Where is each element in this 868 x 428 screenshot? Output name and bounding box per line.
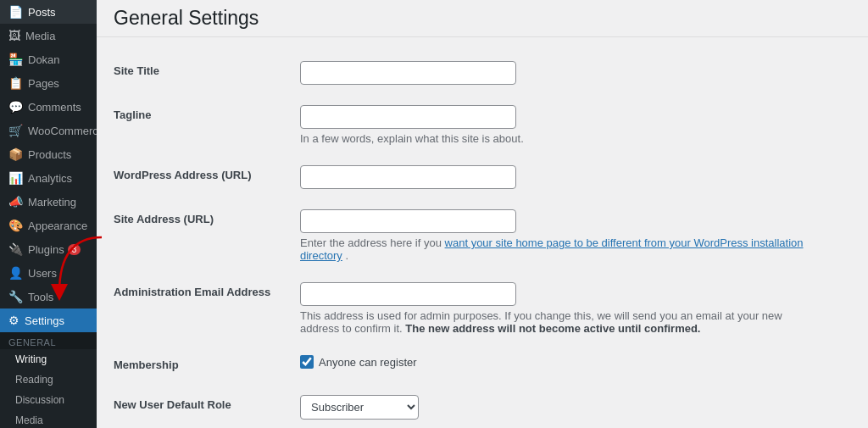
analytics-icon: 📊 <box>8 171 23 185</box>
comments-icon: 💬 <box>8 100 23 114</box>
wp-address-input[interactable]: https://pm.ajaira.website <box>300 165 516 189</box>
sidebar-item-tools[interactable]: 🔧 Tools <box>0 285 97 308</box>
site-address-row: Site Address (URL) https://pm.ajaira.web… <box>114 199 809 272</box>
settings-table: Site Title PM Test Site Tagline Just ano… <box>114 51 809 428</box>
site-address-description: Enter the address here if you want your … <box>300 236 809 262</box>
new-user-role-label: New User Default Role <box>114 385 300 428</box>
sidebar-item-pages[interactable]: 📋 Pages <box>0 71 97 95</box>
admin-email-description: This address is used for admin purposes.… <box>300 309 809 335</box>
sidebar-item-comments[interactable]: 💬 Comments <box>0 95 97 119</box>
marketing-icon: 📣 <box>8 195 23 208</box>
settings-form-content: Site Title PM Test Site Tagline Just ano… <box>97 37 826 428</box>
general-section-label: General <box>0 332 97 349</box>
new-user-role-row: New User Default Role Subscriber Contrib… <box>114 385 809 428</box>
site-address-input[interactable]: https://pm.ajaira.website <box>300 209 516 233</box>
tools-icon: 🔧 <box>8 290 23 303</box>
sidebar-item-dokan[interactable]: 🏪 Dokan <box>0 47 97 71</box>
sidebar-item-marketing[interactable]: 📣 Marketing <box>0 190 97 214</box>
membership-row: Membership Anyone can register <box>114 345 809 385</box>
page-title: General Settings <box>114 7 259 30</box>
sidebar-item-posts[interactable]: 📄 Posts <box>0 0 97 24</box>
membership-checkbox[interactable] <box>300 355 314 369</box>
sidebar-item-settings[interactable]: ⚙ Settings <box>0 308 97 332</box>
site-title-label: Site Title <box>114 51 300 95</box>
membership-label: Membership <box>114 345 300 385</box>
tagline-description: In a few words, explain what this site i… <box>300 132 809 145</box>
admin-email-label: Administration Email Address <box>114 272 300 345</box>
admin-email-row: Administration Email Address nayem@wedev… <box>114 272 809 345</box>
pages-icon: 📋 <box>8 76 23 90</box>
wp-address-label: WordPress Address (URL) <box>114 155 300 199</box>
sidebar-item-woocommerce[interactable]: 🛒 WooCommerce <box>0 119 97 142</box>
submenu-item-writing[interactable]: Writing <box>0 349 97 370</box>
media-icon: 🖼 <box>8 29 20 42</box>
sidebar-item-users[interactable]: 👤 Users <box>0 261 97 285</box>
tagline-input[interactable]: Just another WordPress site <box>300 105 516 129</box>
wp-address-row: WordPress Address (URL) https://pm.ajair… <box>114 155 809 199</box>
dokan-icon: 🏪 <box>8 53 23 66</box>
sidebar-item-media[interactable]: 🖼 Media <box>0 24 97 47</box>
membership-checkbox-label[interactable]: Anyone can register <box>300 355 809 369</box>
products-icon: 📦 <box>8 147 23 161</box>
appearance-icon: 🎨 <box>8 219 23 232</box>
sidebar-item-appearance[interactable]: 🎨 Appearance <box>0 214 97 237</box>
main-content: General Settings Site Title PM Test Site… <box>97 0 868 428</box>
submenu-item-discussion[interactable]: Discussion <box>0 390 97 410</box>
sidebar-item-plugins[interactable]: 🔌 Plugins 3 <box>0 237 97 261</box>
tagline-row: Tagline Just another WordPress site In a… <box>114 95 809 155</box>
sidebar-item-products[interactable]: 📦 Products <box>0 142 97 166</box>
admin-email-input[interactable]: nayem@wedevs.com <box>300 282 516 306</box>
submenu-item-reading[interactable]: Reading <box>0 370 97 390</box>
settings-icon: ⚙ <box>8 314 19 327</box>
plugins-badge: 3 <box>68 244 81 255</box>
settings-submenu: General Writing Reading Discussion Media… <box>0 332 97 428</box>
users-icon: 👤 <box>8 266 23 280</box>
sidebar: 📄 Posts 🖼 Media 🏪 Dokan 📋 Pages 💬 Commen… <box>0 0 97 428</box>
site-title-input[interactable]: PM Test Site <box>300 61 516 85</box>
woocommerce-icon: 🛒 <box>8 124 23 137</box>
posts-icon: 📄 <box>8 5 23 19</box>
site-title-row: Site Title PM Test Site <box>114 51 809 95</box>
page-header: General Settings <box>97 0 868 37</box>
new-user-role-select[interactable]: Subscriber Contributor Author Editor Adm… <box>300 395 419 420</box>
sidebar-item-analytics[interactable]: 📊 Analytics <box>0 166 97 190</box>
site-address-label: Site Address (URL) <box>114 199 300 272</box>
tagline-label: Tagline <box>114 95 300 155</box>
submenu-item-media-sub[interactable]: Media <box>0 410 97 428</box>
plugins-icon: 🔌 <box>8 242 23 256</box>
